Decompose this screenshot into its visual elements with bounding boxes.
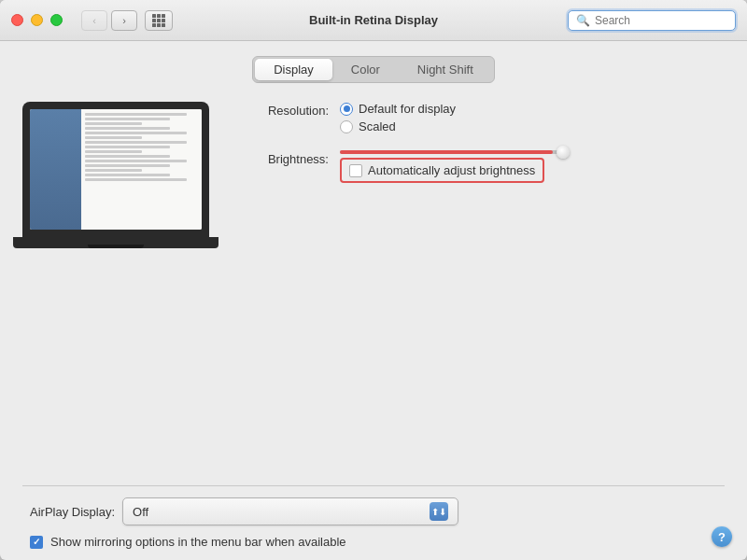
help-button[interactable]: ? <box>712 526 732 547</box>
auto-brightness-checkbox-container[interactable]: Automatically adjust brightness <box>340 158 544 183</box>
airplay-row: AirPlay Display: Off ⬆⬇ <box>22 497 725 525</box>
airplay-dropdown[interactable]: Off ⬆⬇ <box>122 497 458 525</box>
resolution-controls: Default for display Scaled <box>340 102 725 137</box>
search-input[interactable] <box>595 14 727 27</box>
titlebar: ‹ › Built-in Retina Display 🔍 <box>0 0 747 41</box>
resolution-row: Resolution: Default for display Scaled <box>237 102 725 137</box>
radio-default-btn[interactable] <box>340 103 353 116</box>
radio-default-label: Default for display <box>359 102 456 116</box>
settings-area: Resolution: Default for display Scaled <box>22 102 725 248</box>
slider-fill <box>340 150 553 154</box>
bottom-area: AirPlay Display: Off ⬆⬇ ✓ Show mirroring… <box>22 485 725 560</box>
mirror-row[interactable]: ✓ Show mirroring options in the menu bar… <box>22 535 725 549</box>
back-icon: ‹ <box>92 15 96 26</box>
brightness-controls: Automatically adjust brightness <box>340 150 725 183</box>
radio-scaled[interactable]: Scaled <box>340 119 725 133</box>
search-icon: 🔍 <box>576 14 590 27</box>
auto-brightness-label: Automatically adjust brightness <box>368 163 535 177</box>
tabs: Display Color Night Shift <box>22 56 725 83</box>
laptop-screen <box>30 109 202 230</box>
radio-scaled-btn[interactable] <box>340 120 353 133</box>
tab-color[interactable]: Color <box>332 59 399 80</box>
tab-night-shift[interactable]: Night Shift <box>399 59 492 80</box>
tab-display[interactable]: Display <box>255 59 332 80</box>
search-box[interactable]: 🔍 <box>568 10 736 31</box>
radio-default[interactable]: Default for display <box>340 102 725 116</box>
laptop-base <box>13 237 218 248</box>
main-content: Display Color Night Shift <box>0 41 747 560</box>
forward-icon: › <box>122 15 126 26</box>
mirror-checkbox[interactable]: ✓ <box>30 536 43 549</box>
laptop-preview <box>22 102 209 248</box>
checkmark-icon: ✓ <box>33 537 40 547</box>
grid-button[interactable] <box>145 10 173 31</box>
airplay-value: Off <box>133 505 148 519</box>
auto-brightness-checkbox[interactable] <box>349 164 362 177</box>
dropdown-arrow-icon: ⬆⬇ <box>430 502 448 521</box>
close-button[interactable] <box>11 14 23 26</box>
settings-controls: Resolution: Default for display Scaled <box>237 102 725 196</box>
slider-thumb[interactable] <box>557 146 570 159</box>
tab-group: Display Color Night Shift <box>252 56 495 83</box>
brightness-row: Brightness: Automatically adjust brightn… <box>237 150 725 183</box>
grid-icon <box>152 14 165 27</box>
brightness-slider[interactable] <box>340 150 564 154</box>
maximize-button[interactable] <box>50 14 63 26</box>
resolution-label: Resolution: <box>237 102 340 118</box>
back-button[interactable]: ‹ <box>81 10 107 31</box>
laptop-screen-outer <box>22 102 209 237</box>
mirror-label: Show mirroring options in the menu bar w… <box>50 535 346 549</box>
traffic-lights <box>11 14 63 26</box>
airplay-label: AirPlay Display: <box>30 505 115 519</box>
window-title: Built-in Retina Display <box>309 13 438 27</box>
brightness-label: Brightness: <box>237 150 340 166</box>
minimize-button[interactable] <box>31 14 43 26</box>
forward-button[interactable]: › <box>111 10 137 31</box>
nav-buttons: ‹ › <box>81 10 137 31</box>
brightness-slider-container <box>340 150 725 154</box>
radio-scaled-label: Scaled <box>359 119 396 133</box>
